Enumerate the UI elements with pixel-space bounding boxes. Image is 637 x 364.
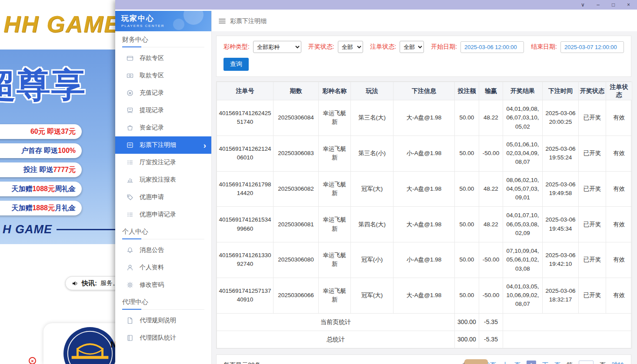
table-cell: 大-A盘@1.98 <box>394 100 455 136</box>
window-close-button[interactable]: × <box>625 2 632 7</box>
promo-pill-text: 天加赠 <box>11 185 32 194</box>
table-cell: 大-A盘@1.98 <box>394 278 455 313</box>
table-cell: 第三名(大) <box>351 100 394 136</box>
page-jump-input[interactable] <box>579 361 594 364</box>
sidebar-item-agent-rules[interactable]: 代理规则说明 <box>115 312 211 329</box>
sidebar-item-recharge-records[interactable]: 充值记录 <box>115 84 211 102</box>
table-cell: 401569174126133092740 <box>217 242 273 278</box>
next-page-link[interactable]: 下一页 <box>542 361 560 364</box>
prev-page-link[interactable]: 上一页 <box>502 361 520 364</box>
table-cell: 04,01,03,05,10,06,09,02,08,07 <box>503 278 543 313</box>
sidebar-item-profile[interactable]: 个人资料 <box>115 259 211 276</box>
table-cell: -50.00 <box>479 136 503 171</box>
sidebar-header: 玩家中心 PLAYERS CENTER <box>115 11 211 31</box>
table-cell: 第三名(小) <box>351 136 394 171</box>
table-cell: 有效 <box>606 100 632 136</box>
section-title-personal: 个人中心 <box>122 228 204 239</box>
sidebar-item-agent-team-stats[interactable]: 代理团队统计 <box>115 329 211 347</box>
column-header: 下注信息 <box>394 82 455 100</box>
table-cell: 幸运飞艇新 <box>319 242 351 278</box>
hgame-sublogo: H GAME <box>3 223 52 236</box>
sidebar-item-label: 彩票下注明细 <box>140 141 176 149</box>
search-button[interactable]: 查询 <box>223 58 249 71</box>
table-row: 40156917412624255174020250306084幸运飞艇新第三名… <box>217 100 632 136</box>
table-cell: 冠军(小) <box>351 242 394 278</box>
coin-icon <box>127 89 133 96</box>
table-cell: 20250306084 <box>273 100 319 136</box>
promo-pill: 60元 即送37元 <box>0 124 82 139</box>
table-cell: 401569174126153499660 <box>217 207 273 242</box>
sidebar-item-label: 存款专区 <box>140 54 164 62</box>
window-maximize-button[interactable]: □ <box>610 2 617 7</box>
promo-pill-text: 月礼金 <box>55 204 76 213</box>
promo-pill: 户首存 即送100% <box>0 143 82 158</box>
column-header: 输赢 <box>479 82 503 100</box>
menu-toggle-icon[interactable] <box>219 18 226 24</box>
sidebar-item-lottery-bet-details[interactable]: 彩票下注明细› <box>115 136 211 154</box>
table-cell: 2025-03-06 18:32:17 <box>543 278 579 313</box>
total-summary-bet: 300.00 <box>455 331 479 348</box>
sidebar-item-label: 消息公告 <box>140 246 164 254</box>
current-page-button[interactable]: 1 <box>527 361 536 364</box>
sidebar-section-finance: 财务中心存款专区取款专区充值记录提现记录资金记录彩票下注明细›厅室投注记录玩家投… <box>115 36 211 223</box>
jump-suffix-label: 页 <box>600 361 606 364</box>
lottery-type-select[interactable]: 全部彩种 <box>253 41 301 53</box>
sidebar-item-label: 代理团队统计 <box>140 334 176 342</box>
hhgame-logo: HH GAME <box>3 10 120 37</box>
draw-status-select[interactable]: 全部 <box>338 41 364 53</box>
sidebar-item-label: 优惠申请记录 <box>140 211 176 218</box>
sidebar-item-label: 资金记录 <box>140 124 164 132</box>
sidebar-item-promo-apply-records[interactable]: 优惠申请记录 <box>115 206 211 223</box>
card-icon <box>127 55 133 62</box>
table-cell: 2025-03-06 19:49:58 <box>543 171 579 207</box>
table-cell: 07,10,09,04,05,06,01,02,03,08 <box>503 242 543 278</box>
total-summary-empty <box>503 331 632 348</box>
grid-icon <box>127 211 133 218</box>
window-dropdown-icon[interactable]: ∨ <box>580 2 586 7</box>
sidebar-item-funds-records[interactable]: 资金记录 <box>115 119 211 136</box>
sidebar-item-hall-bet-records[interactable]: 厅室投注记录 <box>115 154 211 171</box>
order-status-label: 注单状态: <box>370 43 396 51</box>
table-cell: 已开奖 <box>579 242 606 278</box>
window-titlebar: ∨ – □ × <box>115 0 637 10</box>
sidebar-item-label: 优惠申请 <box>140 193 164 201</box>
table-cell: 50.00 <box>455 100 479 136</box>
speaker-icon <box>72 280 78 287</box>
table-cell: 冠军(大) <box>351 171 394 207</box>
main-content: 彩票下注明细 彩种类型: 全部彩种 开奖状态: 全部 注单状态: 全部 <box>212 11 637 364</box>
sidebar-item-deposit-zone[interactable]: 存款专区 <box>115 50 211 67</box>
column-header: 注单号 <box>217 82 273 100</box>
table-cell: 小-A盘@1.98 <box>394 242 455 278</box>
table-cell: 48.22 <box>479 171 503 207</box>
promo-pill-text: 天加赠 <box>11 204 32 213</box>
promo-pill-text: 投注 即送 <box>23 165 53 175</box>
sidebar-item-player-bet-report[interactable]: 玩家投注报表 <box>115 171 211 189</box>
table-header-row: 注单号期数彩种名称玩法下注信息投注额输赢开奖结果下注时间开奖状态注单状态 <box>217 82 632 100</box>
table-cell: 2025-03-06 19:45:34 <box>543 207 579 242</box>
table-row: 40156917412571374091020250306066幸运飞艇新冠军(… <box>217 278 632 313</box>
window-minimize-button[interactable]: – <box>595 2 601 7</box>
table-cell: 48.22 <box>479 207 503 242</box>
sidebar-item-withdrawal-records[interactable]: 提现记录 <box>115 102 211 119</box>
table-cell: 第四名(大) <box>351 207 394 242</box>
table-cell: 已开奖 <box>579 100 606 136</box>
ad-close-button[interactable]: × <box>29 357 36 364</box>
end-date-input[interactable] <box>560 41 624 53</box>
sidebar-item-change-password[interactable]: 修改密码 <box>115 276 211 294</box>
sidebar-item-messages[interactable]: 消息公告 <box>115 242 211 259</box>
page-summary-winloss: -5.35 <box>479 313 503 331</box>
table-cell: 401569174126179814420 <box>217 171 273 207</box>
sidebar-item-withdraw-zone[interactable]: 取款专区 <box>115 67 211 84</box>
order-status-select[interactable]: 全部 <box>400 41 424 53</box>
column-header: 开奖状态 <box>579 82 606 100</box>
jump-button[interactable]: 跳转 <box>612 361 624 364</box>
sidebar-item-promo-apply[interactable]: 优惠申请 <box>115 189 211 206</box>
table-cell: 50.00 <box>455 278 479 313</box>
promo-pill-text: 周礼金 <box>55 185 76 194</box>
table-cell: -50.00 <box>479 242 503 278</box>
sidebar-item-label: 充值记录 <box>140 89 164 97</box>
table-cell: 2025-03-06 19:42:10 <box>543 242 579 278</box>
table-cell: 50.00 <box>455 242 479 278</box>
start-date-input[interactable] <box>460 41 524 53</box>
bottom-widget-tab[interactable] <box>464 359 488 364</box>
